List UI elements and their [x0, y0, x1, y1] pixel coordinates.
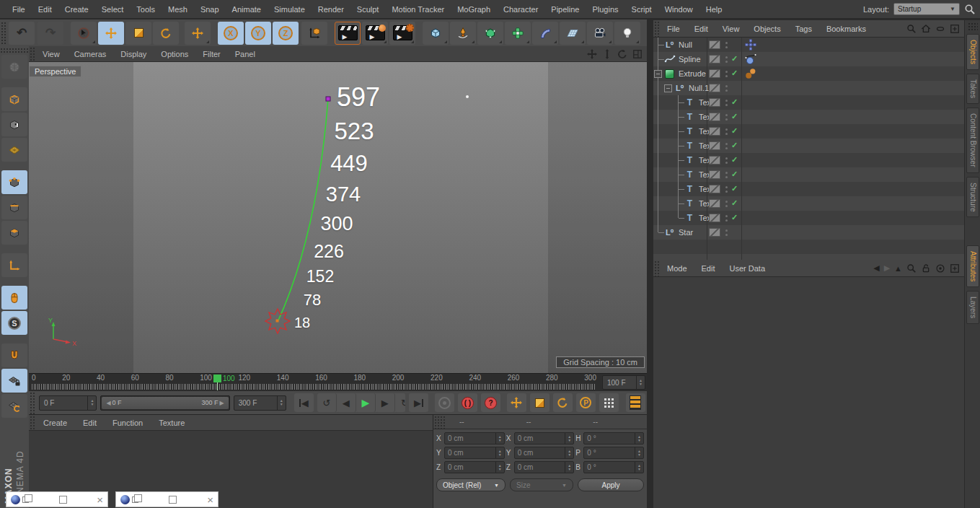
axis-lock-button[interactable]: Y — [245, 22, 271, 45]
tree-connector[interactable] — [663, 110, 674, 124]
material-menu-item[interactable]: Create — [35, 419, 75, 427]
object-row[interactable]: Text. ✓ — [653, 110, 964, 124]
object-manager-menu-item[interactable]: Edit — [687, 25, 715, 33]
xpresso-tag-icon[interactable] — [745, 39, 756, 51]
timeline-playhead[interactable]: 100 — [213, 375, 235, 382]
tree-connector[interactable] — [653, 153, 663, 167]
tree-connector[interactable] — [653, 38, 663, 52]
layer-color-box[interactable] — [709, 228, 720, 237]
scale-tool-button[interactable] — [125, 22, 151, 45]
layer-color-box[interactable] — [709, 113, 720, 121]
menu-item[interactable]: Create — [58, 5, 95, 14]
tree-connector[interactable] — [663, 182, 674, 196]
current-frame-field[interactable]: 100 F▲▼ — [602, 375, 645, 390]
object-row[interactable]: Null ✓ — [653, 38, 964, 52]
layer-color-box[interactable] — [709, 40, 720, 49]
attribute-menu-item[interactable]: User Data — [723, 264, 773, 273]
close-icon[interactable]: × — [207, 494, 213, 505]
apply-button[interactable]: Apply — [578, 478, 644, 491]
range-handle[interactable]: ◀0 F300 F▶ — [102, 397, 228, 409]
object-manager-menu-item[interactable]: View — [715, 25, 747, 33]
tree-connector[interactable] — [653, 52, 663, 66]
value-spinner[interactable]: ▲▼ — [565, 462, 573, 473]
tree-connector[interactable] — [663, 124, 674, 139]
track-icon[interactable] — [935, 263, 945, 273]
menu-item[interactable]: Sculpt — [350, 5, 386, 14]
tree-connector[interactable] — [653, 139, 663, 153]
object-row[interactable]: Text. ✓ — [653, 182, 964, 196]
visibility-dots[interactable] — [725, 229, 728, 237]
object-row[interactable]: Text. ✓ — [653, 95, 964, 110]
viewport-menu-item[interactable]: Filter — [195, 50, 227, 58]
add-deformer-button[interactable] — [532, 22, 558, 45]
tree-connector[interactable] — [674, 153, 684, 167]
last-tool-button[interactable] — [185, 22, 211, 45]
search-icon[interactable] — [906, 24, 917, 34]
key-position-button[interactable] — [507, 393, 526, 412]
enable-snap-button[interactable]: S — [1, 311, 27, 335]
value-spinner[interactable]: ▲▼ — [495, 462, 504, 473]
points-mode-button[interactable] — [1, 170, 27, 194]
tree-connector[interactable] — [653, 95, 663, 110]
record-disabled-button[interactable] — [435, 393, 454, 412]
enable-check-icon[interactable]: ✓ — [731, 54, 738, 64]
value-spinner[interactable]: ▲▼ — [565, 433, 573, 444]
range-right-arrow-icon[interactable]: ▶ — [218, 400, 226, 406]
panel-divider[interactable] — [647, 19, 653, 508]
tree-connector[interactable] — [663, 95, 674, 110]
menu-item[interactable]: Tools — [130, 5, 162, 14]
enable-axis-button[interactable] — [1, 253, 27, 277]
viewport-menu-item[interactable]: Cameras — [67, 50, 114, 58]
add-cube-button[interactable] — [423, 22, 449, 45]
rotation-input[interactable]: 0 °▲▼ — [583, 447, 644, 459]
layer-color-box[interactable] — [709, 141, 720, 150]
layer-color-box[interactable] — [709, 199, 720, 208]
layer-color-box[interactable] — [709, 214, 720, 222]
toolbar-grip[interactable] — [0, 21, 6, 45]
object-row[interactable]: Text. ✓ — [653, 167, 964, 182]
layer-color-box[interactable] — [709, 98, 720, 107]
panel-tab[interactable]: Attributes — [966, 245, 979, 287]
layer-color-box[interactable] — [709, 127, 720, 136]
object-row[interactable]: Text. ✓ — [653, 153, 964, 167]
object-manager-menu-item[interactable]: Tags — [788, 25, 819, 33]
key-scale-button[interactable] — [530, 393, 549, 412]
menu-item[interactable]: Simulate — [268, 5, 312, 14]
floating-window-titlebar[interactable]: × — [115, 491, 218, 507]
add-light-button[interactable] — [614, 22, 640, 45]
tree-connector[interactable] — [653, 167, 663, 182]
tab-strip-grip[interactable] — [968, 22, 978, 31]
tree-connector[interactable] — [653, 211, 663, 225]
tree-connector[interactable] — [653, 182, 663, 196]
tree-connector[interactable] — [674, 211, 684, 225]
visibility-dots[interactable] — [725, 100, 728, 107]
timeline-window-button[interactable] — [626, 393, 645, 412]
panel-tab[interactable]: Takes — [966, 74, 979, 104]
tree-connector[interactable] — [663, 81, 674, 95]
playhead-marker[interactable] — [213, 375, 221, 382]
key-pla-button[interactable] — [599, 393, 619, 412]
tree-connector[interactable] — [674, 182, 684, 196]
close-icon[interactable]: × — [97, 494, 103, 505]
coordinate-system-button[interactable] — [301, 22, 327, 45]
rail-grip[interactable] — [0, 48, 29, 53]
pan-view-icon[interactable] — [587, 49, 597, 59]
object-row[interactable]: Text. ✓ — [653, 196, 964, 211]
rotation-input[interactable]: 0 °▲▼ — [583, 461, 644, 473]
enable-check-icon[interactable]: ✓ — [731, 126, 738, 136]
next-frame-button[interactable]: ▶ — [376, 393, 395, 412]
viewport-menu-item[interactable]: Panel — [228, 50, 262, 58]
layer-color-box[interactable] — [709, 170, 720, 179]
visibility-dots[interactable] — [725, 143, 728, 150]
restore-icon[interactable] — [22, 496, 29, 503]
layer-color-box[interactable] — [709, 185, 720, 193]
value-spinner[interactable]: ▲▼ — [635, 462, 643, 473]
material-menu-item[interactable]: Texture — [151, 419, 193, 427]
timeline-ruler[interactable]: 0204060801001201401601802002202402602803… — [29, 373, 647, 390]
object-manager-menu-item[interactable]: Bookmarks — [819, 25, 873, 33]
redo-button[interactable]: ↷ — [37, 22, 63, 45]
layout-select[interactable]: Startup▼ — [893, 3, 960, 15]
search-icon[interactable] — [964, 4, 976, 15]
render-settings-button[interactable] — [389, 22, 415, 45]
orbit-view-icon[interactable] — [617, 49, 627, 59]
